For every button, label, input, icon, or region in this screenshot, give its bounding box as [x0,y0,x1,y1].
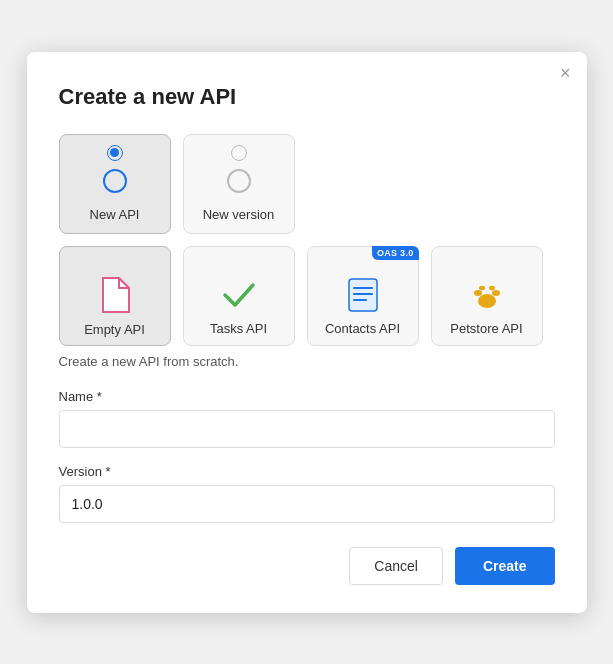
svg-point-0 [104,170,126,192]
svg-point-9 [492,290,500,296]
radio-new-version [231,145,247,161]
new-version-icon [225,167,253,199]
type-card-new-version[interactable]: New version [183,134,295,234]
version-field-group: Version * [59,464,555,523]
oas-badge: OAS 3.0 [372,246,419,260]
type-options-row: New API New version [59,134,555,234]
svg-point-11 [489,286,495,290]
dialog-footer: Cancel Create [59,547,555,585]
new-api-icon [101,167,129,199]
tasks-api-icon [221,277,257,313]
type-card-new-version-label: New version [203,207,275,222]
type-card-new-api-label: New API [90,207,140,222]
svg-point-10 [479,286,485,290]
svg-point-8 [474,290,482,296]
template-card-contacts-api[interactable]: OAS 3.0 Contacts API [307,246,419,346]
contacts-api-icon [346,277,380,313]
cancel-button[interactable]: Cancel [349,547,443,585]
template-tasks-api-label: Tasks API [210,321,267,336]
empty-api-icon [98,276,132,314]
close-button[interactable]: × [560,64,571,82]
template-empty-api-label: Empty API [84,322,145,337]
create-button[interactable]: Create [455,547,555,585]
template-contacts-api-label: Contacts API [325,321,400,336]
template-options-row: Empty API Tasks API OAS 3.0 [59,246,555,346]
svg-point-1 [228,170,250,192]
version-input[interactable] [59,485,555,523]
template-description: Create a new API from scratch. [59,354,555,369]
petstore-api-icon [468,277,506,313]
name-input[interactable] [59,410,555,448]
template-card-empty-api[interactable]: Empty API [59,246,171,346]
dialog-title: Create a new API [59,84,555,110]
create-api-dialog: × Create a new API New API New version [27,52,587,613]
name-label: Name * [59,389,555,404]
svg-point-7 [478,294,496,308]
version-label: Version * [59,464,555,479]
template-card-tasks-api[interactable]: Tasks API [183,246,295,346]
name-field-group: Name * [59,389,555,448]
type-card-new-api[interactable]: New API [59,134,171,234]
radio-new-api [107,145,123,161]
template-card-petstore-api[interactable]: Petstore API [431,246,543,346]
svg-rect-2 [224,280,254,310]
template-petstore-api-label: Petstore API [450,321,522,336]
